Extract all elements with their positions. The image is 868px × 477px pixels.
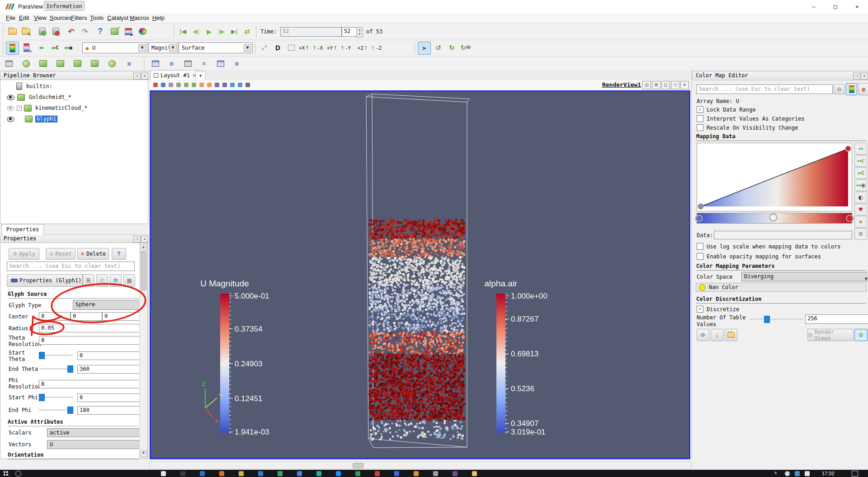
start-button-icon[interactable] <box>4 471 8 476</box>
visibility-eye-icon[interactable] <box>7 117 14 122</box>
menu-catalyst[interactable]: Catalyst <box>106 14 129 21</box>
taskbar-app-icon[interactable] <box>355 471 360 476</box>
camera-minus-z-icon[interactable]: ↑-Z <box>370 42 383 54</box>
glyph-type-combo[interactable]: Sphere▼ <box>73 300 144 310</box>
theta-resolution-field[interactable]: 8 <box>39 336 143 345</box>
end-phi-slider[interactable] <box>39 407 73 413</box>
menu-help[interactable]: Help <box>151 14 165 21</box>
scroll-down-icon[interactable]: ▼ <box>140 450 147 457</box>
select-polygon-points-icon[interactable] <box>221 81 228 88</box>
pipeline-close-icon[interactable]: × <box>141 73 148 80</box>
threshold-filter-icon[interactable] <box>71 57 84 70</box>
gradient-handle-high[interactable] <box>846 215 854 222</box>
render-canvas[interactable] <box>151 92 689 458</box>
copy-properties-icon[interactable]: ⎘ <box>83 274 94 287</box>
delete-button[interactable]: ✕Delete <box>77 248 109 260</box>
discretize-checkbox[interactable]: ✓ Discretize <box>697 306 739 313</box>
advanced-options-icon[interactable]: ⚙ <box>854 228 867 240</box>
end-theta-slider[interactable] <box>39 365 73 372</box>
pipeline-item-glyph1[interactable]: Glyph1 <box>7 116 57 122</box>
slice-filter-icon[interactable] <box>54 57 66 70</box>
rescale-to-data-over-time-icon[interactable]: ↔t <box>854 167 867 179</box>
horizontal-scrollbar[interactable] <box>149 462 692 469</box>
choose-preset-icon[interactable] <box>846 83 857 95</box>
camera-plus-z-icon[interactable]: +Z↑ <box>356 42 369 54</box>
menu-macros[interactable]: Macros <box>129 14 150 21</box>
rescale-to-data-range-icon[interactable]: ↔ <box>35 42 47 54</box>
auto-apply-icon[interactable]: ⚙ <box>854 329 868 341</box>
taskbar-app-icon[interactable] <box>297 471 302 476</box>
representation-combo[interactable]: Surface▼ <box>179 42 253 53</box>
extract-subset-filter-icon[interactable] <box>89 57 101 70</box>
search-settings-icon[interactable]: ⚙ <box>834 84 845 94</box>
tray-icon[interactable] <box>795 471 800 476</box>
tray-icon[interactable] <box>805 471 810 476</box>
radius-field[interactable]: 0.05 <box>39 324 143 332</box>
rescale-visibility-checkbox[interactable]: Rescale On Visibility Change <box>697 124 798 131</box>
data-value-field[interactable] <box>714 231 852 239</box>
color-by-combo[interactable]: ● U▼ <box>82 42 147 53</box>
properties-scrollbar[interactable]: ▲ ▼ <box>139 243 148 458</box>
interpret-categories-checkbox[interactable]: Interpret Values As Categories <box>697 115 805 122</box>
histogram-icon[interactable] <box>182 57 194 70</box>
glyph-filter-icon[interactable] <box>20 57 32 70</box>
adjust-camera-icon[interactable] <box>167 81 174 88</box>
save-as-default-icon[interactable]: ⤓ <box>711 329 723 341</box>
camera-plus-x-icon[interactable]: +X↑ <box>297 42 311 54</box>
clip-filter-icon[interactable] <box>37 57 49 70</box>
notification-center-icon[interactable] <box>852 471 858 477</box>
phi-resolution-field[interactable]: 8 <box>39 380 143 388</box>
minimize-button[interactable]: — <box>803 0 825 13</box>
taskbar-app-icon[interactable] <box>472 471 477 476</box>
taskbar-app-icon[interactable] <box>336 471 341 476</box>
end-theta-field[interactable]: 360 <box>77 365 143 374</box>
plot-over-line-icon[interactable]: ≋ <box>165 57 178 70</box>
start-phi-slider[interactable] <box>39 394 73 400</box>
log-scale-checkbox[interactable]: Use log scale when mapping data to color… <box>697 243 840 250</box>
tab-information[interactable]: Information <box>44 1 85 11</box>
rotate-ccw-icon[interactable]: ↺ <box>432 42 444 54</box>
zoom-to-box-icon[interactable] <box>175 81 182 88</box>
cme-search-input[interactable]: Search ... (use Esc to clear text) <box>696 84 833 94</box>
select-surface-cells-icon[interactable] <box>183 81 189 88</box>
export-colormap-icon[interactable]: e <box>858 83 868 95</box>
interactive-select-points-icon[interactable] <box>244 81 251 88</box>
reset-button[interactable]: ⊘Reset <box>46 248 75 260</box>
programmable-filter-icon[interactable]: ≋ <box>231 57 243 70</box>
taskbar-app-icon[interactable] <box>180 471 185 476</box>
load-state-icon[interactable]: ↗ <box>108 25 121 37</box>
save-defaults-icon[interactable]: ▦ <box>123 274 135 287</box>
menu-view[interactable]: View <box>33 14 47 21</box>
cme-float-icon[interactable]: ❐ <box>853 73 860 80</box>
select-frustum-cells-icon[interactable] <box>198 81 205 88</box>
open-icon[interactable] <box>6 25 19 37</box>
cortana-icon[interactable] <box>15 471 21 477</box>
disconnect-server-icon[interactable] <box>50 25 62 37</box>
transfer-function-plot[interactable] <box>697 143 852 211</box>
menu-filters[interactable]: Filters <box>70 14 88 21</box>
color-palette-icon[interactable] <box>137 25 149 37</box>
vectors-combo[interactable]: U▼ <box>47 440 144 449</box>
component-combo[interactable]: Magnitu▼ <box>148 42 178 53</box>
table-values-field[interactable]: 256 <box>805 314 868 324</box>
taskbar-app-icon[interactable] <box>433 471 438 476</box>
center-x-field[interactable]: 0 <box>39 312 71 321</box>
close-button[interactable]: × <box>846 0 868 13</box>
rescale-to-custom-range-icon[interactable]: ↔C <box>49 42 61 54</box>
render-views-button[interactable]: ⚙Render Views <box>807 329 854 341</box>
layout-tab[interactable]: Layout #1 × <box>150 70 200 80</box>
loop-icon[interactable]: ⇄ <box>241 25 253 37</box>
properties-group-button[interactable]: Properties (Glyph1) <box>7 274 83 287</box>
tab-properties[interactable]: Properties <box>1 224 44 235</box>
edit-color-map-icon[interactable]: ✎ <box>20 42 33 54</box>
contour-filter-icon[interactable] <box>106 57 118 70</box>
start-theta-field[interactable]: 0 <box>77 351 143 360</box>
taskbar-app-icon[interactable] <box>394 471 399 476</box>
rescale-to-data-range-icon[interactable]: ↔ <box>854 143 867 154</box>
center-y-field[interactable]: 0 <box>71 312 102 321</box>
opacity-mapping-checkbox[interactable]: Enable opacity mapping for surfaces <box>697 253 821 260</box>
taskbar-app-icon[interactable] <box>258 471 263 476</box>
taskbar-app-icon[interactable] <box>161 471 166 476</box>
mouse-interaction-icon[interactable]: ➤ <box>418 42 431 55</box>
start-phi-field[interactable]: 0 <box>77 393 143 402</box>
